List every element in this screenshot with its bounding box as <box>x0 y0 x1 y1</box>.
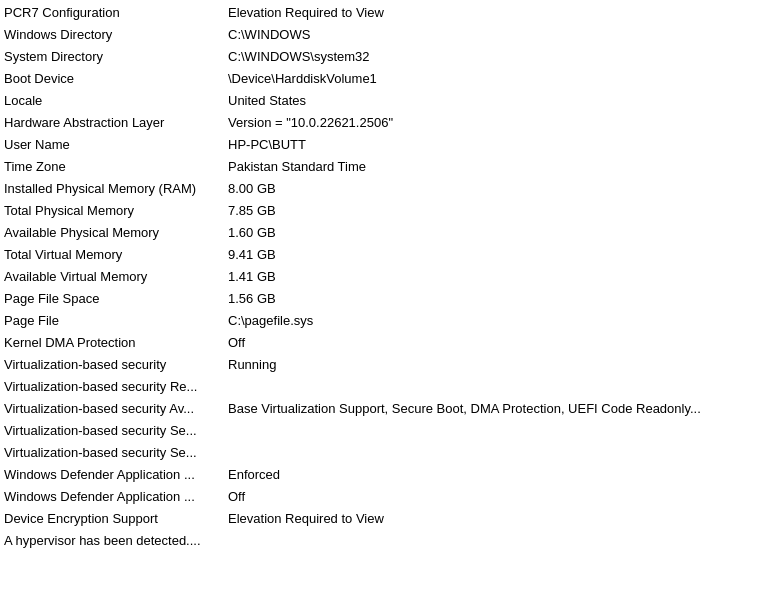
row-value: Version = "10.0.22621.2506" <box>228 113 762 133</box>
system-info-table: PCR7 ConfigurationElevation Required to … <box>0 0 766 554</box>
row-value: Elevation Required to View <box>228 509 762 529</box>
row-value: C:\WINDOWS\system32 <box>228 47 762 67</box>
table-row: User NameHP-PC\BUTT <box>0 134 766 156</box>
row-label: Total Virtual Memory <box>4 245 228 265</box>
table-row: Boot Device\Device\HarddiskVolume1 <box>0 68 766 90</box>
row-label: Boot Device <box>4 69 228 89</box>
table-row: Hardware Abstraction LayerVersion = "10.… <box>0 112 766 134</box>
row-label: Hardware Abstraction Layer <box>4 113 228 133</box>
row-label: A hypervisor has been detected.... <box>4 531 228 551</box>
row-value: Elevation Required to View <box>228 3 762 23</box>
table-row: Virtualization-based security Re... <box>0 376 766 398</box>
row-label: Virtualization-based security Av... <box>4 399 228 419</box>
row-value: \Device\HarddiskVolume1 <box>228 69 762 89</box>
row-label: Time Zone <box>4 157 228 177</box>
row-value: Off <box>228 487 762 507</box>
row-label: Virtualization-based security Re... <box>4 377 228 397</box>
table-row: Available Virtual Memory1.41 GB <box>0 266 766 288</box>
row-label: Virtualization-based security <box>4 355 228 375</box>
table-row: LocaleUnited States <box>0 90 766 112</box>
row-value: United States <box>228 91 762 111</box>
row-label: Windows Defender Application ... <box>4 465 228 485</box>
table-row: Windows DirectoryC:\WINDOWS <box>0 24 766 46</box>
row-value: 1.41 GB <box>228 267 762 287</box>
row-value: Base Virtualization Support, Secure Boot… <box>228 399 762 419</box>
row-value: C:\WINDOWS <box>228 25 762 45</box>
row-label: Available Virtual Memory <box>4 267 228 287</box>
table-row: Virtualization-based security Av...Base … <box>0 398 766 420</box>
row-value: Running <box>228 355 762 375</box>
row-value: HP-PC\BUTT <box>228 135 762 155</box>
row-label: User Name <box>4 135 228 155</box>
table-row: Page File Space1.56 GB <box>0 288 766 310</box>
row-value: 9.41 GB <box>228 245 762 265</box>
table-row: Available Physical Memory1.60 GB <box>0 222 766 244</box>
row-label: PCR7 Configuration <box>4 3 228 23</box>
table-row: System DirectoryC:\WINDOWS\system32 <box>0 46 766 68</box>
row-label: Device Encryption Support <box>4 509 228 529</box>
table-row: PCR7 ConfigurationElevation Required to … <box>0 2 766 24</box>
table-row: Device Encryption SupportElevation Requi… <box>0 508 766 530</box>
table-row: Total Physical Memory7.85 GB <box>0 200 766 222</box>
row-label: Installed Physical Memory (RAM) <box>4 179 228 199</box>
table-row: A hypervisor has been detected.... <box>0 530 766 552</box>
row-value: 1.60 GB <box>228 223 762 243</box>
table-row: Windows Defender Application ...Off <box>0 486 766 508</box>
row-value: Pakistan Standard Time <box>228 157 762 177</box>
row-label: Total Physical Memory <box>4 201 228 221</box>
row-label: Windows Defender Application ... <box>4 487 228 507</box>
row-value: 8.00 GB <box>228 179 762 199</box>
row-label: Kernel DMA Protection <box>4 333 228 353</box>
table-row: Windows Defender Application ...Enforced <box>0 464 766 486</box>
table-row: Total Virtual Memory9.41 GB <box>0 244 766 266</box>
row-value: 1.56 GB <box>228 289 762 309</box>
table-row: Kernel DMA ProtectionOff <box>0 332 766 354</box>
row-label: Page File Space <box>4 289 228 309</box>
row-label: Virtualization-based security Se... <box>4 421 228 441</box>
row-label: Available Physical Memory <box>4 223 228 243</box>
table-row: Virtualization-based securityRunning <box>0 354 766 376</box>
row-label: Locale <box>4 91 228 111</box>
row-value: Enforced <box>228 465 762 485</box>
table-row: Virtualization-based security Se... <box>0 442 766 464</box>
row-label: Windows Directory <box>4 25 228 45</box>
row-label: Virtualization-based security Se... <box>4 443 228 463</box>
table-row: Time ZonePakistan Standard Time <box>0 156 766 178</box>
row-label: Page File <box>4 311 228 331</box>
table-row: Page FileC:\pagefile.sys <box>0 310 766 332</box>
row-value: C:\pagefile.sys <box>228 311 762 331</box>
row-value: Off <box>228 333 762 353</box>
row-value: 7.85 GB <box>228 201 762 221</box>
row-label: System Directory <box>4 47 228 67</box>
table-row: Installed Physical Memory (RAM)8.00 GB <box>0 178 766 200</box>
table-row: Virtualization-based security Se... <box>0 420 766 442</box>
